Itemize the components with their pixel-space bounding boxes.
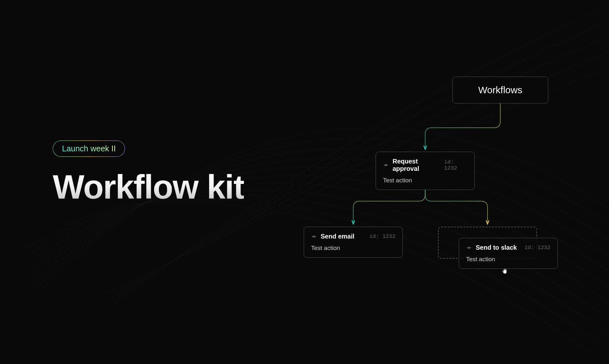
workflow-node-slack[interactable]: Send to slack id: 1232 Test action [459,238,558,269]
node-header: Request approval id: 1232 [383,158,467,172]
launch-badge: Launch week II [53,140,125,157]
commit-icon [311,234,317,239]
node-id: id: 1232 [369,233,395,239]
workflow-root-label: Workflows [460,85,541,95]
svg-point-6 [468,247,470,248]
node-subtitle: Test action [466,256,550,263]
node-id: id: 1232 [524,245,550,251]
grab-cursor-icon [500,267,510,278]
workflow-root-node[interactable]: Workflows [452,77,548,103]
node-id: id: 1232 [444,159,467,171]
node-subtitle: Test action [383,177,467,184]
node-subtitle: Test action [311,245,395,252]
workflow-node-approval[interactable]: Request approval id: 1232 Test action [376,152,475,190]
page-title: Workflow kit [53,168,244,206]
svg-point-0 [385,164,387,166]
workflow-diagram: Workflows Request approval id: 1232 Test… [302,77,564,300]
launch-badge-label: Launch week II [62,144,116,153]
node-title: Send email [321,233,355,240]
hero-text: Launch week II Workflow kit [53,140,244,206]
commit-icon [466,245,472,251]
node-header: Send email id: 1232 [311,233,395,240]
commit-icon [383,162,389,168]
node-title: Request approval [393,158,440,172]
node-title: Send to slack [476,244,517,251]
svg-point-3 [313,236,315,237]
node-header: Send to slack id: 1232 [466,244,550,251]
workflow-node-email[interactable]: Send email id: 1232 Test action [304,227,403,258]
